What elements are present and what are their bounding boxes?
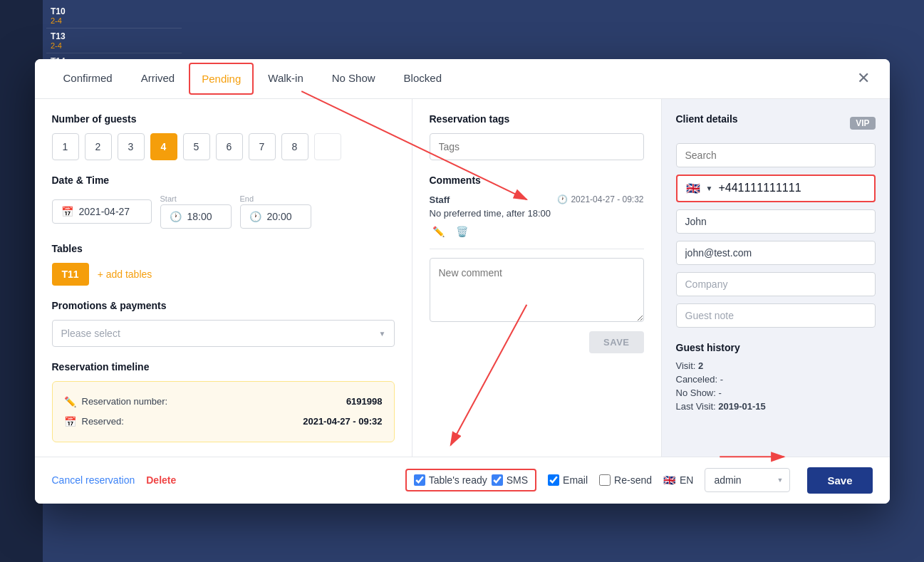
admin-select[interactable]: admin <box>705 468 790 492</box>
end-time-field[interactable]: 🕐 20:00 <box>240 204 311 229</box>
left-panel: Number of guests 1 2 3 4 5 6 7 8 Date & … <box>35 99 412 457</box>
tab-walkin[interactable]: Walk-in <box>254 61 317 97</box>
reserved-label: Reserved: <box>82 416 124 427</box>
tab-confirmed[interactable]: Confirmed <box>49 61 127 97</box>
client-email-input[interactable] <box>676 241 876 265</box>
new-comment-textarea[interactable] <box>430 258 644 322</box>
start-value: 18:00 <box>187 211 212 222</box>
guest-btn-1[interactable]: 1 <box>52 133 79 160</box>
lastvisit-row: Last Visit: 2019-01-15 <box>676 401 876 412</box>
tags-input[interactable] <box>430 133 644 160</box>
phone-field[interactable]: 🇬🇧 ▼ +441111111111 <box>676 175 876 202</box>
email-checkbox-label[interactable]: Email <box>548 474 588 486</box>
middle-panel: Reservation tags Comments Staff 🕐 2021-0… <box>412 99 662 457</box>
start-label: Start <box>160 194 232 203</box>
delete-link[interactable]: Delete <box>146 474 176 486</box>
sms-checkbox[interactable] <box>492 474 503 486</box>
start-clock-icon: 🕐 <box>170 211 182 222</box>
phone-country-dropdown[interactable]: ▼ <box>706 184 713 192</box>
tabs-bar: Confirmed Arrived Pending Walk-in No Sho… <box>35 59 890 99</box>
guest-numbers: 1 2 3 4 5 6 7 8 <box>52 133 395 160</box>
datetime-label: Date & Time <box>52 175 395 186</box>
comment-author: Staff <box>430 194 450 205</box>
modal-overlay: T102-4 T132-4 T143-4 T151-2 T7777-8 T252… <box>0 0 924 562</box>
client-company-input[interactable] <box>676 272 876 296</box>
guest-btn-6[interactable]: 6 <box>216 133 243 160</box>
email-checkbox[interactable] <box>548 474 559 486</box>
table-badge: T11 <box>52 263 89 286</box>
start-time-group: Start 🕐 18:00 <box>160 194 232 229</box>
end-value: 20:00 <box>267 211 292 222</box>
calendar-icon: 📅 <box>61 206 73 217</box>
client-details-header: Client details VIP <box>676 113 876 133</box>
pencil-icon: ✏️ <box>64 396 76 407</box>
tables-ready-checkbox-label[interactable]: Table's ready <box>414 474 487 486</box>
date-field[interactable]: 📅 2021-04-27 <box>52 199 152 224</box>
close-button[interactable]: ✕ <box>851 66 876 90</box>
comment-header: Staff 🕐 2021-04-27 - 09:32 <box>430 194 644 205</box>
client-details-label: Client details <box>676 113 738 125</box>
sms-checkbox-label[interactable]: SMS <box>492 474 528 486</box>
delete-comment-button[interactable]: 🗑️ <box>453 223 471 240</box>
guest-btn-2[interactable]: 2 <box>85 133 112 160</box>
reserved-row: 📅 Reserved: 2021-04-27 - 09:32 <box>64 412 383 432</box>
promo-select[interactable]: Please select <box>52 320 395 347</box>
client-search-input[interactable] <box>676 143 876 167</box>
timeline-label: Reservation timeline <box>52 361 395 373</box>
visit-row: Visit: 2 <box>676 360 876 371</box>
noshow-row: No Show: - <box>676 387 876 398</box>
calendar2-icon: 📅 <box>64 416 76 427</box>
lang-flag-icon: 🇬🇧 <box>663 474 675 486</box>
guest-btn-4[interactable]: 4 <box>150 133 177 160</box>
reservation-modal: Confirmed Arrived Pending Walk-in No Sho… <box>35 59 890 504</box>
sms-label: SMS <box>507 474 528 486</box>
comment-text: No preferred time, after 18:00 <box>430 208 644 219</box>
edit-comment-button[interactable]: ✏️ <box>430 223 447 240</box>
tables-ready-label: Table's ready <box>429 474 487 486</box>
tables-row: T11 + add tables <box>52 263 395 286</box>
add-tables-link[interactable]: + add tables <box>98 269 152 280</box>
tab-pending[interactable]: Pending <box>189 63 254 95</box>
lang-selector[interactable]: 🇬🇧 EN <box>663 474 693 486</box>
end-label: End <box>240 194 311 203</box>
client-guestnote-input[interactable] <box>676 303 876 328</box>
reservation-number-value: 6191998 <box>346 396 383 407</box>
cancel-reservation-link[interactable]: Cancel reservation <box>52 474 135 486</box>
tab-blocked[interactable]: Blocked <box>390 61 456 97</box>
modal-footer: Cancel reservation Delete Table's ready … <box>35 457 890 504</box>
save-comment-button[interactable]: SAVE <box>589 331 643 353</box>
vip-badge: VIP <box>850 117 875 130</box>
guest-btn-more[interactable] <box>314 133 341 160</box>
tables-sms-group: Table's ready SMS <box>405 469 536 491</box>
guest-btn-7[interactable]: 7 <box>249 133 276 160</box>
guest-history-label: Guest history <box>676 342 876 353</box>
tab-arrived[interactable]: Arrived <box>127 61 190 97</box>
lang-label: EN <box>680 474 693 486</box>
start-time-field[interactable]: 🕐 18:00 <box>160 204 232 229</box>
end-time-group: End 🕐 20:00 <box>240 194 311 229</box>
client-name-input[interactable] <box>676 209 876 234</box>
comment-time: 🕐 2021-04-27 - 09:32 <box>557 194 643 204</box>
modal-body: Number of guests 1 2 3 4 5 6 7 8 Date & … <box>35 99 890 457</box>
uk-flag-icon: 🇬🇧 <box>686 182 700 195</box>
date-value: 2021-04-27 <box>79 206 130 217</box>
phone-number: +441111111111 <box>718 182 801 194</box>
guest-btn-8[interactable]: 8 <box>281 133 308 160</box>
guest-btn-3[interactable]: 3 <box>118 133 145 160</box>
comment-actions: ✏️ 🗑️ <box>430 223 644 240</box>
divider <box>430 249 644 249</box>
admin-select-wrapper: admin <box>705 468 790 492</box>
tables-label: Tables <box>52 243 395 254</box>
tables-ready-checkbox[interactable] <box>414 474 425 486</box>
end-clock-icon: 🕐 <box>249 211 261 222</box>
resend-checkbox-label[interactable]: Re-send <box>599 474 652 486</box>
comments-label: Comments <box>430 175 644 186</box>
clock2-icon: 🕐 <box>557 194 568 204</box>
tab-noshow[interactable]: No Show <box>318 61 390 97</box>
comment-item: Staff 🕐 2021-04-27 - 09:32 No preferred … <box>430 194 644 240</box>
reservation-number-label: Reservation number: <box>82 396 168 407</box>
guest-btn-5[interactable]: 5 <box>183 133 210 160</box>
save-button[interactable]: Save <box>807 467 872 494</box>
guests-label: Number of guests <box>52 113 395 125</box>
resend-checkbox[interactable] <box>599 474 611 486</box>
